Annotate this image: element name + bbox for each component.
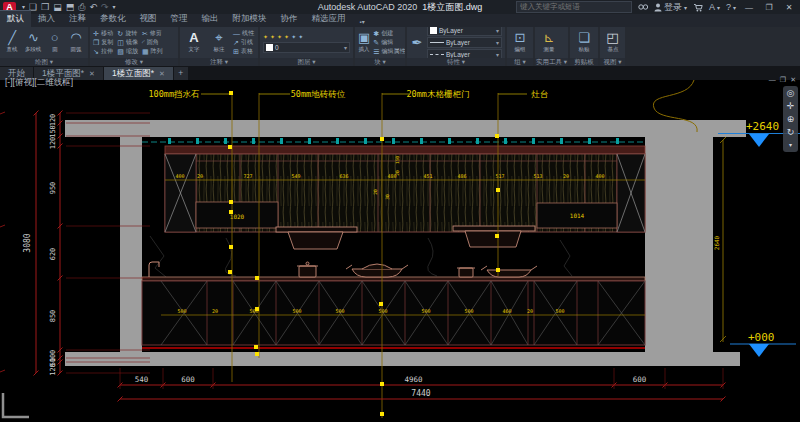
level-triangle-top	[749, 134, 769, 147]
grip-handle[interactable]	[380, 382, 384, 386]
layer-tools-icons[interactable]: ✦✦✦✦✦✦	[263, 33, 350, 40]
group-button[interactable]: ⊡编组	[510, 31, 530, 54]
restore-button[interactable]: ❐	[762, 3, 776, 12]
dimension-button[interactable]: ⌖标注	[208, 31, 230, 54]
table-button[interactable]: ⊞表格	[233, 47, 254, 56]
ribbon-tab-parametric[interactable]: 参数化	[93, 11, 133, 27]
measure-button[interactable]: ⊾测量	[538, 31, 560, 54]
array-button[interactable]: ▦阵列	[142, 47, 163, 56]
autodesk-account-icon[interactable]: A▾	[709, 2, 720, 12]
ribbon-tab-annotate[interactable]: 注释	[62, 11, 93, 27]
grip-handle[interactable]	[495, 134, 499, 138]
grip-handle[interactable]	[380, 137, 384, 141]
utilities-panel-label[interactable]: 实用工具 ▾	[535, 58, 568, 66]
grip-handle[interactable]	[496, 268, 500, 272]
grip-handle[interactable]	[379, 302, 383, 306]
ribbon-tab-insert[interactable]: 插入	[31, 11, 62, 27]
ribbon-display-toggle-icon[interactable]: ▪▾	[353, 16, 372, 27]
minimize-button[interactable]: —	[742, 3, 756, 12]
view-panel-label[interactable]: 视图 ▾	[600, 58, 625, 66]
circle-button[interactable]: ○圆	[46, 31, 64, 54]
layers-panel-label[interactable]: 图层 ▾	[260, 58, 353, 66]
grip-handle[interactable]	[255, 307, 259, 311]
create-block-button[interactable]: ✱创建	[373, 29, 405, 38]
grip-handle[interactable]	[495, 234, 499, 238]
drawing-canvas[interactable]: [-][俯视][二维线框] — ❐ ✕ ◎ ✛ ⊕ ↻ ▾	[0, 80, 800, 422]
file-tab-elevation[interactable]: 1楼立面图*✕	[104, 67, 173, 80]
help-search-input[interactable]	[516, 1, 632, 13]
ribbon-tab-manage[interactable]: 管理	[164, 11, 195, 27]
grip-handle[interactable]	[229, 200, 233, 204]
dwg-minimize-icon[interactable]: —	[769, 76, 776, 84]
search-icon[interactable]	[638, 3, 648, 11]
close-tab-icon[interactable]: ✕	[159, 67, 165, 80]
grip-handle[interactable]	[255, 352, 259, 356]
match-properties-button[interactable]: ✒	[410, 36, 424, 50]
cad-elevation-drawing[interactable]: 4002072754963648045148651751320400 50020…	[0, 80, 800, 422]
ribbon-tab-collaborate[interactable]: 协作	[274, 11, 305, 27]
orbit-icon[interactable]: ↻	[787, 127, 795, 137]
grip-handle[interactable]	[496, 188, 500, 192]
grip-handle[interactable]	[229, 245, 233, 249]
copy-button[interactable]: ❐复制	[93, 38, 113, 47]
layer-dropdown[interactable]: 0▾	[263, 42, 350, 53]
navbar-more-icon[interactable]: ▾	[789, 140, 792, 150]
linear-dim-button[interactable]: —线性	[233, 29, 254, 38]
grip-handle[interactable]	[228, 145, 232, 149]
steering-wheel-icon[interactable]: ◎	[787, 88, 795, 98]
dwg-restore-icon[interactable]: ❐	[780, 76, 786, 84]
text-button[interactable]: A文字	[183, 31, 205, 54]
ceiling-tick	[168, 138, 171, 144]
new-drawing-tab-button[interactable]: +	[174, 67, 188, 80]
ribbon: ╱直线 ∿多段线 ○圆 ◠圆弧 绘图 ▾ ✛移动 ↻旋转 ✂修剪 ❐复制 ◫镜像…	[0, 27, 800, 66]
grip-handle[interactable]	[255, 276, 259, 280]
dwg-close-icon[interactable]: ✕	[790, 76, 796, 84]
ribbon-tab-home[interactable]: 默认	[0, 10, 31, 27]
groups-panel-label[interactable]: 组 ▾	[507, 58, 533, 66]
polyline-button[interactable]: ∿多段线	[24, 31, 42, 54]
close-tab-icon[interactable]: ✕	[89, 67, 95, 80]
clipboard-panel-label[interactable]: 剪贴板	[570, 58, 598, 66]
help-icon[interactable]: ?▾	[726, 2, 736, 12]
leader-button[interactable]: ↗引线	[233, 38, 254, 47]
ribbon-tab-output[interactable]: 输出	[195, 11, 226, 27]
line-button[interactable]: ╱直线	[3, 31, 21, 54]
rotate-button[interactable]: ↻旋转	[117, 29, 138, 38]
grip-handle[interactable]	[228, 270, 232, 274]
app-store-cart-icon[interactable]	[693, 3, 703, 12]
linetype-dropdown[interactable]: ByLayer▾	[427, 49, 502, 58]
fillet-button[interactable]: ◜圆角	[142, 38, 163, 47]
scale-button[interactable]: ▧缩放	[117, 47, 138, 56]
edit-block-button[interactable]: ✎编辑	[373, 38, 405, 47]
properties-panel-label[interactable]: 特性 ▾	[407, 58, 505, 66]
arc-button[interactable]: ◠圆弧	[67, 31, 85, 54]
ribbon-tab-view[interactable]: 视图	[133, 11, 164, 27]
color-dropdown[interactable]: ByLayer▾	[427, 27, 502, 36]
close-button[interactable]: ✕	[782, 3, 796, 12]
grip-handle[interactable]	[380, 412, 384, 416]
zoom-icon[interactable]: ⊕	[787, 114, 795, 124]
lineweight-dropdown[interactable]: ByLayer▾	[427, 37, 502, 48]
sign-in-user-icon[interactable]: 登录 ▾	[654, 1, 687, 14]
mirror-button[interactable]: ◫镜像	[117, 38, 138, 47]
edit-attributes-button[interactable]: ☰编辑属性	[373, 47, 405, 56]
viewport-controls[interactable]: [-][俯视][二维线框]	[5, 77, 73, 89]
pan-icon[interactable]: ✛	[787, 101, 795, 111]
stretch-button[interactable]: ↘拉伸	[93, 47, 113, 56]
sign-in-label[interactable]: 登录	[664, 1, 682, 14]
grip-handle[interactable]	[254, 345, 258, 349]
upper-dim-label: 400	[175, 173, 184, 179]
paste-button[interactable]: ❏粘贴	[573, 31, 595, 54]
insert-block-button[interactable]: ▣插入	[358, 31, 370, 54]
grip-handle[interactable]	[229, 210, 233, 214]
annotation-panel-label[interactable]: 注释 ▾	[180, 58, 258, 66]
base-view-button[interactable]: ◰基点	[603, 31, 622, 54]
ribbon-tab-addins[interactable]: 附加模块	[226, 11, 274, 27]
grip-handle[interactable]	[229, 91, 233, 95]
ribbon-tab-featured-apps[interactable]: 精选应用	[305, 11, 353, 27]
trim-button[interactable]: ✂修剪	[142, 29, 163, 38]
block-panel-label[interactable]: 块 ▾	[355, 58, 405, 66]
move-button[interactable]: ✛移动	[93, 29, 113, 38]
modify-panel-label[interactable]: 修改 ▾	[90, 58, 178, 66]
draw-panel-label[interactable]: 绘图 ▾	[0, 58, 88, 66]
